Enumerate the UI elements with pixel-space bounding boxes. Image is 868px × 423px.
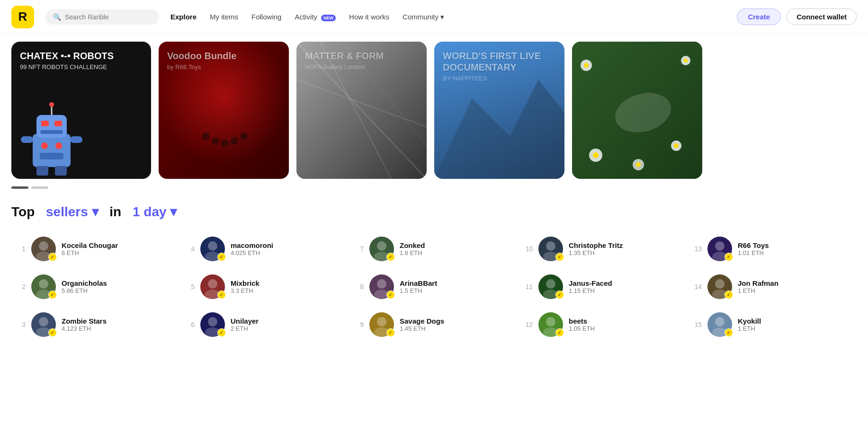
avatar-wrap: ✓	[538, 237, 563, 261]
seller-info: macomoroni 4.025 ETH	[231, 241, 273, 256]
svg-point-29	[584, 63, 589, 68]
svg-point-43	[39, 317, 48, 326]
seller-name: Zombie Stars	[62, 317, 107, 325]
seller-rank: 10	[524, 245, 533, 253]
carousel-card-world[interactable]: WORLD'S FIRST LIVE DOCUMENTARY BY HAPPIT…	[434, 42, 564, 179]
carousel-card-matter[interactable]: MATTER & FORM HOFA Gallery London	[296, 42, 427, 179]
header-actions: Create Connect wallet	[737, 9, 857, 25]
nav-community[interactable]: Community ▾	[403, 13, 444, 21]
card-chatex-sub: 99 NFT ROBOTS CHALLENGE	[20, 63, 143, 70]
sellers-grid: 1 ✓ Koceila Chougar 6 ETH 2	[11, 233, 857, 341]
svg-point-45	[208, 241, 217, 251]
avatar-wrap: ✓	[538, 312, 563, 337]
seller-name: Koceila Chougar	[62, 241, 118, 249]
featured-carousel: CHATEX •-• ROBOTS 99 NFT ROBOTS CHALLENG…	[0, 34, 868, 186]
svg-rect-4	[41, 121, 49, 126]
seller-item[interactable]: 5 ✓ Mixbrick 3.3 ETH	[180, 271, 349, 303]
verified-badge: ✓	[217, 328, 226, 337]
seller-eth: 1.01 ETH	[738, 249, 769, 256]
seller-item[interactable]: 4 ✓ macomoroni 4.025 ETH	[180, 233, 349, 265]
seller-item[interactable]: 13 ✓ R66 Toys 1.01 ETH	[688, 233, 857, 265]
svg-rect-0	[33, 134, 71, 167]
nav-explore[interactable]: Explore	[170, 13, 197, 21]
carousel-card-voodoo[interactable]: Voodoo Bundle by R66.Toys	[159, 42, 289, 179]
seller-item[interactable]: 14 ✓ Jon Rafman 1 ETH	[688, 271, 857, 303]
seller-col-1: 1 ✓ Koceila Chougar 6 ETH 2	[11, 233, 180, 341]
svg-point-17	[221, 140, 229, 147]
avatar-wrap: ✓	[200, 237, 225, 261]
seller-eth: 4.025 ETH	[231, 249, 273, 256]
create-button[interactable]: Create	[737, 9, 781, 25]
carousel-card-visual[interactable]: Visual playground Natalia Seth	[572, 42, 702, 179]
svg-point-33	[593, 152, 599, 158]
svg-rect-5	[54, 121, 62, 126]
seller-item[interactable]: 9 ✓ Savage Dogs 1.45 ETH	[349, 308, 519, 341]
seller-item[interactable]: 10 ✓ Christophe Tritz 1.35 ETH	[519, 233, 688, 265]
seller-item[interactable]: 2 ✓ Organicholas 5.86 ETH	[11, 271, 180, 303]
seller-item[interactable]: 1 ✓ Koceila Chougar 6 ETH	[11, 233, 180, 265]
in-label: in	[109, 204, 121, 220]
verified-badge: ✓	[386, 291, 395, 299]
svg-point-59	[546, 279, 555, 289]
nav-how-it-works[interactable]: How it works	[349, 13, 389, 21]
verified-badge: ✓	[725, 291, 733, 299]
seller-eth: 2 ETH	[231, 325, 259, 332]
seller-rank: 12	[524, 321, 533, 328]
nav-following[interactable]: Following	[251, 13, 281, 21]
connect-wallet-button[interactable]: Connect wallet	[787, 9, 857, 25]
seller-item[interactable]: 7 ✓ Zonked 1.8 ETH	[349, 233, 519, 265]
svg-point-37	[636, 162, 641, 167]
seller-name: Organicholas	[62, 279, 107, 287]
seller-info: Kyokill 1 ETH	[738, 317, 761, 332]
nav-activity[interactable]: Activity NEW	[295, 13, 336, 21]
seller-item[interactable]: 11 ✓ Janus-Faced 1.15 ETH	[519, 271, 688, 303]
logo[interactable]: R	[11, 6, 34, 28]
seller-eth: 1 ETH	[738, 287, 779, 294]
svg-point-15	[202, 132, 210, 140]
seller-info: Zombie Stars 4.123 ETH	[62, 317, 107, 332]
seller-col-5: 13 ✓ R66 Toys 1.01 ETH 14	[688, 233, 857, 341]
verified-badge: ✓	[386, 253, 395, 261]
seller-rank: 2	[17, 283, 26, 291]
seller-info: Savage Dogs 1.45 ETH	[400, 317, 444, 332]
nav-my-items[interactable]: My items	[210, 13, 238, 21]
dot-1[interactable]	[11, 186, 28, 189]
top-sellers-section: Top sellers ▾ in 1 day ▾ 1 ✓	[0, 193, 868, 341]
seller-rank: 5	[186, 283, 195, 291]
avatar-wrap: ✓	[707, 274, 732, 299]
seller-item[interactable]: 3 ✓ Zombie Stars 4.123 ETH	[11, 308, 180, 341]
dot-2[interactable]	[31, 186, 48, 189]
svg-point-67	[715, 317, 725, 326]
svg-point-47	[208, 279, 217, 289]
search-bar[interactable]: 🔍	[45, 9, 159, 25]
seller-rank: 6	[186, 321, 195, 328]
seller-item[interactable]: 15 ✓ Kyokill 1 ETH	[688, 308, 857, 341]
seller-item[interactable]: 8 ✓ ArinaBBart 1.5 ETH	[349, 271, 519, 303]
seller-eth: 6 ETH	[62, 249, 118, 256]
seller-info: beets 1.05 ETH	[569, 317, 595, 332]
seller-item[interactable]: 12 ✓ beets 1.05 ETH	[519, 308, 688, 341]
svg-point-18	[231, 137, 238, 145]
verified-badge: ✓	[386, 328, 395, 337]
svg-point-19	[240, 132, 248, 140]
seller-info: Koceila Chougar 6 ETH	[62, 241, 118, 256]
main-nav: Explore My items Following Activity NEW …	[170, 13, 725, 21]
carousel-card-chatex[interactable]: CHATEX •-• ROBOTS 99 NFT ROBOTS CHALLENG…	[11, 42, 151, 179]
seller-info: Unilayer 2 ETH	[231, 317, 259, 332]
seller-info: Zonked 1.8 ETH	[400, 241, 425, 256]
seller-eth: 1.35 ETH	[569, 249, 623, 256]
seller-eth: 5.86 ETH	[62, 287, 107, 294]
header: R 🔍 Explore My items Following Activity …	[0, 0, 868, 34]
seller-name: Jon Rafman	[738, 279, 779, 287]
sellers-label[interactable]: sellers ▾	[46, 204, 98, 220]
seller-item[interactable]: 6 ✓ Unilayer 2 ETH	[180, 308, 349, 341]
avatar-wrap: ✓	[200, 312, 225, 337]
period-chevron-icon: ▾	[170, 204, 177, 219]
verified-badge: ✓	[48, 291, 57, 299]
seller-rank: 7	[355, 245, 364, 253]
seller-eth: 4.123 ETH	[62, 325, 107, 332]
sellers-chevron-icon: ▾	[92, 204, 98, 219]
search-input[interactable]	[65, 13, 152, 21]
period-label[interactable]: 1 day ▾	[133, 204, 177, 220]
svg-point-41	[39, 279, 48, 289]
